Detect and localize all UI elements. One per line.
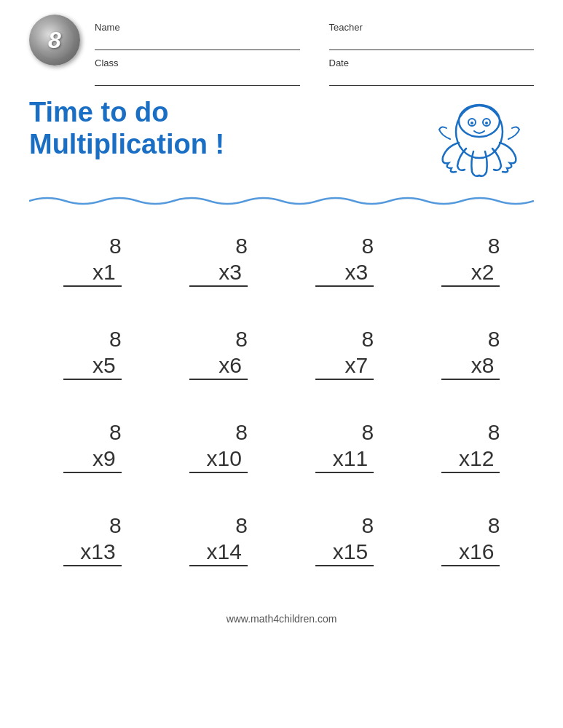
svg-point-0 — [456, 106, 503, 158]
problem-2: 8 x3 — [155, 226, 281, 297]
problem-4: 8 x2 — [408, 226, 534, 297]
problems-row-1: 8 x1 8 x3 8 x3 8 x2 — [29, 226, 534, 297]
date-label: Date — [329, 58, 535, 68]
name-field-group: Name — [95, 22, 300, 50]
class-field-group: Class — [95, 58, 300, 86]
problem-15: 8 x15 — [282, 505, 408, 577]
class-label: Class — [95, 58, 300, 68]
problem-7: 8 x7 — [282, 319, 408, 390]
website-url: www.math4children.com — [227, 613, 337, 625]
svg-point-1 — [459, 105, 500, 137]
octopus-illustration — [425, 97, 534, 184]
problem-16: 8 x16 — [408, 505, 534, 577]
worksheet-page: 8 Name Teacher Class Date Time t — [0, 0, 563, 728]
date-input[interactable] — [329, 70, 535, 86]
header: 8 Name Teacher Class Date — [29, 15, 534, 86]
problem-8: 8 x8 — [408, 319, 534, 390]
footer: www.math4children.com — [29, 613, 534, 632]
date-field-group: Date — [329, 58, 535, 86]
octopus-svg — [428, 99, 530, 183]
problem-11: 8 x11 — [282, 412, 408, 483]
problem-14: 8 x14 — [155, 505, 281, 577]
worksheet-title: Time to do Multiplication ! — [29, 97, 425, 160]
problem-9: 8 x9 — [29, 412, 155, 483]
problems-row-2: 8 x5 8 x6 8 x7 8 x8 — [29, 319, 534, 390]
class-input[interactable] — [95, 70, 300, 86]
problem-13: 8 x13 — [29, 505, 155, 577]
problem-3: 8 x3 — [282, 226, 408, 297]
badge-number: 8 — [36, 21, 74, 59]
problem-10: 8 x10 — [155, 412, 281, 483]
problem-6: 8 x6 — [155, 319, 281, 390]
teacher-field-group: Teacher — [329, 22, 535, 50]
problem-1: 8 x1 — [29, 226, 155, 297]
name-input[interactable] — [95, 34, 300, 50]
problems-row-4: 8 x13 8 x14 8 x15 8 x16 — [29, 505, 534, 577]
problem-12: 8 x12 — [408, 412, 534, 483]
form-fields: Name Teacher Class Date — [95, 22, 534, 86]
problems-row-3: 8 x9 8 x10 8 x11 8 x12 — [29, 412, 534, 483]
title-section: Time to do Multiplication ! — [29, 97, 534, 184]
teacher-label: Teacher — [329, 22, 535, 33]
svg-point-5 — [485, 122, 488, 124]
problems-section: 8 x1 8 x3 8 x3 8 x2 — [29, 226, 534, 598]
problem-5: 8 x5 — [29, 319, 155, 390]
name-label: Name — [95, 22, 300, 33]
wavy-divider — [29, 188, 534, 226]
number-badge: 8 — [29, 15, 80, 66]
teacher-input[interactable] — [329, 34, 535, 50]
svg-point-4 — [471, 122, 473, 124]
